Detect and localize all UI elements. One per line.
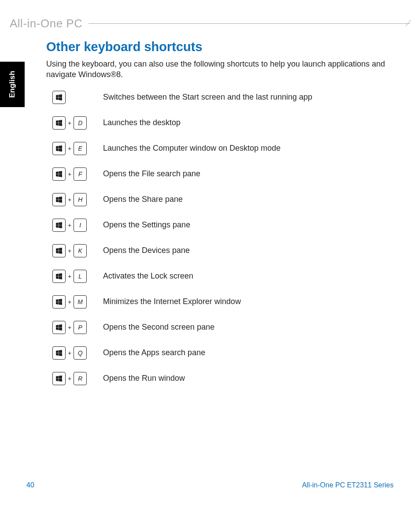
windows-logo-icon: [56, 248, 62, 254]
plus-separator: +: [68, 222, 71, 229]
language-tab: English: [0, 62, 25, 107]
shortcut-row: +DLaunches the desktop: [52, 116, 394, 130]
plus-separator: +: [68, 196, 71, 203]
plus-separator: +: [68, 324, 71, 331]
shortcut-keys: +F: [52, 167, 103, 181]
windows-logo-icon: [56, 94, 62, 100]
section-intro: Using the keyboard, you can also use the…: [46, 59, 394, 80]
windows-key: [52, 193, 66, 206]
shortcut-keys: +Q: [52, 346, 103, 360]
windows-key: [52, 244, 66, 257]
windows-logo-icon: [56, 197, 62, 203]
shortcut-description: Opens the File search pane: [103, 169, 200, 178]
plus-separator: +: [68, 273, 71, 280]
shortcut-keys: +I: [52, 219, 103, 232]
header-rule: [88, 23, 410, 24]
shortcut-row: +HOpens the Share pane: [52, 193, 394, 206]
shortcut-description: Opens the Devices pane: [103, 246, 190, 255]
plus-separator: +: [68, 349, 71, 357]
shortcut-row: +LActivates the Lock screen: [52, 270, 394, 283]
letter-key: M: [74, 295, 87, 308]
plus-separator: +: [68, 171, 71, 178]
windows-key: [52, 219, 66, 232]
plus-separator: +: [68, 375, 71, 382]
windows-logo-icon: [56, 299, 62, 305]
shortcut-description: Opens the Apps search pane: [103, 348, 205, 357]
shortcut-list: Switches between the Start screen and th…: [46, 91, 394, 385]
shortcut-row: +ROpens the Run window: [52, 372, 394, 385]
windows-logo-icon: [56, 171, 62, 177]
windows-key: [52, 270, 66, 283]
section-heading: Other keyboard shortcuts: [46, 40, 394, 54]
shortcut-keys: +P: [52, 321, 103, 334]
shortcut-keys: +H: [52, 193, 103, 206]
shortcut-keys: [52, 91, 103, 104]
windows-key: [52, 372, 66, 385]
shortcut-description: Opens the Settings pane: [103, 220, 190, 230]
shortcut-row: +IOpens the Settings pane: [52, 219, 394, 232]
windows-logo-icon: [56, 273, 62, 279]
windows-key: [52, 321, 66, 334]
windows-logo-icon: [56, 350, 62, 356]
plus-separator: +: [68, 298, 71, 305]
page-footer: 40 All-in-One PC ET2311 Series: [26, 481, 394, 489]
shortcut-description: Opens the Run window: [103, 374, 185, 383]
shortcut-keys: +D: [52, 116, 103, 130]
shortcut-description: Launches the desktop: [103, 118, 181, 127]
windows-logo-icon: [56, 324, 62, 331]
plus-separator: +: [68, 247, 71, 254]
windows-logo-icon: [56, 222, 62, 228]
shortcut-description: Activates the Lock screen: [103, 271, 193, 281]
shortcut-row: +MMinimizes the Internet Explorer window: [52, 295, 394, 308]
windows-key: [52, 295, 66, 308]
shortcut-row: Switches between the Start screen and th…: [52, 91, 394, 104]
shortcut-description: Switches between the Start screen and th…: [103, 93, 312, 102]
shortcut-row: +ELaunches the Computer window on Deskto…: [52, 142, 394, 155]
shortcut-description: Minimizes the Internet Explorer window: [103, 297, 241, 306]
letter-key: K: [74, 244, 87, 257]
main-content: Other keyboard shortcuts Using the keybo…: [46, 40, 394, 398]
shortcut-row: +QOpens the Apps search pane: [52, 346, 394, 360]
windows-key: [52, 142, 66, 155]
shortcut-keys: +E: [52, 142, 103, 155]
shortcut-keys: +R: [52, 372, 103, 385]
page-header: All-in-One PC: [10, 17, 410, 30]
shortcut-row: +FOpens the File search pane: [52, 167, 394, 181]
letter-key: P: [74, 321, 87, 334]
letter-key: D: [74, 116, 87, 130]
windows-key: [52, 91, 66, 104]
letter-key: Q: [74, 346, 87, 360]
shortcut-row: +KOpens the Devices pane: [52, 244, 394, 257]
windows-key: [52, 167, 66, 181]
letter-key: E: [74, 142, 87, 155]
plus-separator: +: [68, 145, 71, 152]
shortcut-keys: +M: [52, 295, 103, 308]
letter-key: F: [74, 167, 87, 181]
shortcut-description: Launches the Computer window on Desktop …: [103, 144, 280, 153]
shortcut-description: Opens the Share pane: [103, 195, 183, 204]
windows-key: [52, 346, 66, 360]
shortcut-row: +POpens the Second screen pane: [52, 321, 394, 334]
shortcut-description: Opens the Second screen pane: [103, 323, 214, 332]
letter-key: L: [74, 270, 87, 283]
windows-logo-icon: [56, 375, 62, 382]
letter-key: H: [74, 193, 87, 206]
letter-key: R: [74, 372, 87, 385]
page-number: 40: [26, 481, 34, 489]
windows-logo-icon: [56, 120, 62, 126]
shortcut-keys: +L: [52, 270, 103, 283]
plus-separator: +: [68, 119, 71, 126]
shortcut-keys: +K: [52, 244, 103, 257]
series-label: All-in-One PC ET2311 Series: [302, 481, 394, 489]
letter-key: I: [74, 219, 87, 232]
product-name: All-in-One PC: [10, 17, 82, 30]
windows-logo-icon: [56, 145, 62, 152]
windows-key: [52, 116, 66, 130]
